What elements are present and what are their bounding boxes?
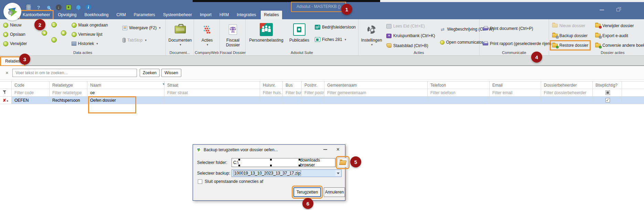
tab-integraties[interactable]: Integraties xyxy=(234,11,259,19)
cell-code[interactable]: OEFEN xyxy=(12,97,50,104)
app-logo[interactable]: a xyxy=(3,3,21,21)
filter-relatietype[interactable]: Filter relatietype xyxy=(50,89,87,96)
conversie-button[interactable]: Conversie andere boekhoudsoftware▾ xyxy=(594,42,644,49)
annuleren-button[interactable]: Annuleren xyxy=(324,187,345,197)
nieuw-dossier-button[interactable]: Nieuw dossier xyxy=(551,22,589,30)
verwijder-button[interactable]: ○Verwijder xyxy=(2,40,37,47)
filter-code[interactable]: Filter code xyxy=(12,89,50,96)
bedrijfsleidersloon-button[interactable]: Bedrijfsleidersloon xyxy=(314,23,357,31)
header-dossierbeheerder[interactable]: Dossierbeheerder xyxy=(541,81,593,89)
filter-naam[interactable]: oe xyxy=(87,89,164,96)
cell-gemeentenaam[interactable] xyxy=(324,97,428,104)
header-naam[interactable]: Naam xyxy=(87,81,164,89)
search-input[interactable] xyxy=(12,69,137,77)
nieuw-button[interactable]: ●Nieuw xyxy=(2,21,37,29)
cell-postnr[interactable] xyxy=(302,97,324,104)
close-connections-checkbox[interactable] xyxy=(198,179,202,184)
minimize-icon[interactable] xyxy=(600,10,604,10)
cell-dossierbeheerder[interactable] xyxy=(541,97,593,104)
download-icon[interactable]: ↓ xyxy=(55,4,62,10)
filter-straat[interactable]: Filter straat xyxy=(164,89,260,96)
header-btwplichtig[interactable]: Btwplichtig? xyxy=(593,81,622,89)
header-email[interactable]: Email xyxy=(490,81,541,89)
filter-telefoon[interactable]: Filter telefoon xyxy=(428,89,490,96)
header-straat[interactable]: Straat xyxy=(164,81,260,89)
header-bus[interactable]: Bus xyxy=(283,81,302,89)
staatsblad-button[interactable]: Staatsblad (Ctrl+B) xyxy=(385,42,436,49)
filter-email[interactable]: Filter email xyxy=(490,89,541,96)
tab-import[interactable]: Import xyxy=(197,11,215,19)
filter-btwplichtig[interactable] xyxy=(593,89,622,96)
table-row[interactable]: ✘▸ OEFEN Rechtspersoon Oefen dossier xyxy=(0,97,644,104)
pin-icon[interactable] xyxy=(45,4,52,10)
instellingen-button[interactable]: Instellingen▾ xyxy=(361,21,383,49)
tab-boekhouding[interactable]: Boekhouding xyxy=(81,11,111,19)
backup-select[interactable]: 100019_13_10_2023_13_37_17.zip xyxy=(232,169,342,177)
cell-btwplichtig[interactable] xyxy=(593,97,622,104)
nav-next-icon[interactable]: ▶ xyxy=(61,30,66,36)
clear-search-icon[interactable]: × xyxy=(6,70,9,76)
cell-relatietype[interactable]: Rechtspersoon xyxy=(50,97,87,104)
tab-hrm[interactable]: HRM xyxy=(216,11,232,19)
tab-systeembeheer[interactable]: Systeembeheer xyxy=(160,11,195,19)
cell-telefoon[interactable] xyxy=(428,97,490,104)
kruispuntbank-button[interactable]: Kruispuntbank (Ctrl+K) xyxy=(385,32,436,39)
export-eaudit-button[interactable]: Export e-audit xyxy=(594,32,644,40)
header-postnr[interactable]: Postnr. xyxy=(302,81,324,89)
delete-row-icon[interactable]: ✘ xyxy=(3,98,6,103)
acties-button[interactable]: Acties▾ xyxy=(196,21,218,49)
zoeken-button[interactable]: Zoeken xyxy=(140,69,160,77)
dialog-close-icon[interactable]: × xyxy=(336,146,340,153)
wissen-button[interactable]: Wissen xyxy=(161,69,181,77)
tab-relaties[interactable]: Relaties xyxy=(261,11,282,19)
header-telefoon[interactable]: Telefoon xyxy=(428,81,490,89)
dropdown-arrow-icon[interactable] xyxy=(335,170,341,176)
nav-prev-icon[interactable]: ◀ xyxy=(42,30,47,36)
checkbox-checked[interactable] xyxy=(605,98,610,102)
print-document-button[interactable]: Print document (Ctrl+P) xyxy=(482,25,552,32)
calculator-icon[interactable] xyxy=(25,4,32,10)
info-icon[interactable]: i xyxy=(85,4,92,10)
fiches-281-button[interactable]: Fiches 281▾ xyxy=(314,36,357,43)
folder-input[interactable]: C:\ downloads browser xyxy=(232,158,335,167)
cell-straat[interactable] xyxy=(164,97,260,104)
backup-dossier-button[interactable]: Backup dossier xyxy=(551,32,589,40)
filter-gemeentenaam[interactable]: Filter gemeentenaam xyxy=(324,89,428,96)
dialog-minimize-icon[interactable] xyxy=(323,149,327,150)
header-code[interactable]: Code xyxy=(12,81,50,89)
tab-parameters[interactable]: Parameters xyxy=(131,11,158,19)
header-huisnr[interactable]: Huisnr. xyxy=(260,81,283,89)
restore-icon[interactable] xyxy=(616,8,620,11)
publicaties-button[interactable]: Publicaties xyxy=(288,21,311,49)
filter-bus[interactable]: Filter bus xyxy=(283,89,302,96)
checkbox-indeterminate[interactable] xyxy=(605,90,610,95)
cell-naam[interactable]: Oefen dossier xyxy=(87,97,164,104)
header-gemeentenaam[interactable]: Gemeentenaam xyxy=(324,81,428,89)
filter-huisnr[interactable]: Filter huis... xyxy=(260,89,283,96)
cell-huisnr[interactable] xyxy=(260,97,283,104)
vernieuw-lijst-button[interactable]: ↻Vernieuw lijst xyxy=(71,31,119,38)
help-icon[interactable]: ? xyxy=(35,4,42,10)
tabstop-button[interactable]: TabStop▾ xyxy=(121,36,164,44)
weergave-button[interactable]: Weergave (F2)▾ xyxy=(121,24,164,32)
nav-first-icon[interactable]: ▲ xyxy=(51,22,57,27)
restore-dossier-button[interactable]: Restore dossier xyxy=(551,42,589,49)
filter-dossierbeheerder[interactable]: Filter dossierbeheerder xyxy=(541,89,593,96)
header-relatietype[interactable]: Relatietype xyxy=(50,81,87,89)
nav-last-icon[interactable]: ▼ xyxy=(51,37,57,43)
personenbelasting-button[interactable]: Personenbelasting xyxy=(248,21,285,49)
terugzetten-button[interactable]: Terugzetten xyxy=(293,187,321,197)
cell-email[interactable] xyxy=(490,97,541,104)
bell-icon[interactable] xyxy=(75,4,82,10)
documenten-button[interactable]: Documenten▾ xyxy=(168,21,192,49)
lees-eid-button[interactable]: Lees Eid (Ctrl+E) xyxy=(385,23,436,30)
historiek-button[interactable]: Historiek▾ xyxy=(71,40,119,47)
browse-folder-button[interactable] xyxy=(337,158,348,167)
add-icon[interactable]: + xyxy=(65,4,72,10)
opslaan-button[interactable]: ■Opslaan xyxy=(2,31,37,38)
print-rapport-button[interactable]: Print rapport (geselecteerde rijen) xyxy=(482,40,552,47)
tab-kantoorbeheer[interactable]: Kantoorbeheer xyxy=(20,11,53,19)
fiscaal-dossier-button[interactable]: Fiscaal Dossier xyxy=(222,21,244,49)
verwijder-dossier-button[interactable]: Verwijder dossier xyxy=(594,22,644,30)
tab-crm[interactable]: CRM xyxy=(114,11,129,19)
